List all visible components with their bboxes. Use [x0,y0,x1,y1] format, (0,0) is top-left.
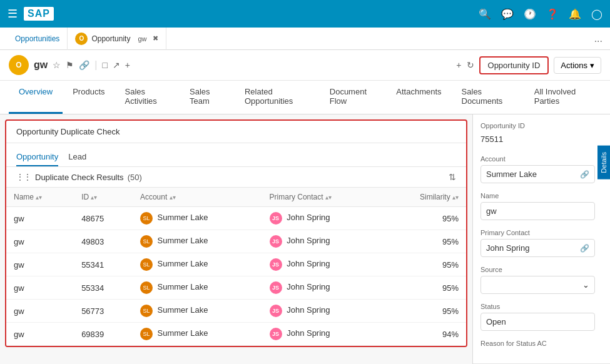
cell-contact: JS John Spring [262,207,382,230]
account-sort-icon[interactable]: ▴▾ [170,194,176,201]
source-select[interactable]: ⌄ [480,276,595,294]
share-icon[interactable]: ↗ [113,60,120,70]
contact-name: John Spring [287,328,330,338]
cell-account: SL Summer Lake [133,207,262,230]
id-sort-icon[interactable]: ▴▾ [91,194,97,201]
tab-obj-icon: O [75,33,88,45]
contact-link-icon[interactable]: 🔗 [580,244,589,253]
plus-icon[interactable]: + [456,60,461,70]
dup-results-title: Duplicate Check Results [35,173,124,182]
account-name: Summer Lake [158,282,208,291]
account-value[interactable]: Summer Lake 🔗 [480,165,595,183]
table-row[interactable]: gw 55334 SL Summer Lake JS John Spring 9… [6,276,466,300]
tab-opportunity-gw[interactable]: O Opportunity gw ✖ [68,28,166,50]
account-link-icon[interactable]: 🔗 [580,170,589,179]
opp-id-value: 75511 [480,132,595,146]
contact-avatar: JS [270,212,282,225]
source-arrow-icon: ⌄ [582,280,589,290]
tab-close-icon[interactable]: ✖ [153,34,158,43]
dup-results-table: Name ▴▾ ID ▴▾ Account ▴▾ Primary Conta [6,188,466,346]
flag-icon[interactable]: ⚑ [66,60,74,70]
search-icon[interactable]: 🔍 [479,8,491,20]
tab-sublabel: gw [138,35,146,43]
contact-avatar: JS [270,328,282,340]
field-status: Status Open [480,303,595,331]
tab-sales-activities[interactable]: Sales Activities [115,81,180,114]
tab-related-opportunities[interactable]: Related Opportunities [235,81,320,114]
contact-sort-icon[interactable]: ▴▾ [325,194,332,201]
main-content: Opportunity Duplicate Check Opportunity … [0,114,472,364]
tab-overview[interactable]: Overview [9,81,63,114]
table-row[interactable]: gw 69839 SL Summer Lake JS John Spring 9… [6,323,466,346]
right-panel: Details Opportunity ID 75511 Account Sum… [472,114,610,364]
link2-icon[interactable]: 🔗 [79,60,89,70]
tab-attachments[interactable]: Attachments [386,81,451,114]
tab-bar: Opportunities O Opportunity gw ✖ ... [0,28,610,50]
table-row[interactable]: gw 49803 SL Summer Lake JS John Spring 9… [6,230,466,253]
refresh-icon[interactable]: ↻ [467,60,474,70]
field-account: Account Summer Lake 🔗 [480,155,595,183]
sap-logo: SAP [24,7,54,21]
cell-similarity: 95% [382,207,466,230]
separator: | [94,59,97,71]
name-value[interactable]: gw [480,202,595,220]
col-header-id: ID ▴▾ [74,188,133,207]
tab-sales-team[interactable]: Sales Team [180,81,235,114]
field-reason-status: Reason for Status AC [480,340,595,347]
status-value[interactable]: Open [480,313,595,331]
add-note-icon[interactable]: + [125,60,130,70]
cell-contact: JS John Spring [262,276,382,300]
dup-check-panel-title: Opportunity Duplicate Check [6,121,466,143]
hamburger-icon[interactable]: ☰ [8,7,18,21]
col-header-account: Account ▴▾ [133,188,262,207]
message-icon[interactable]: 💬 [501,8,514,20]
star-icon[interactable]: ☆ [53,60,61,70]
account-avatar: SL [140,212,153,225]
actions-label: Actions [561,61,587,70]
cell-similarity: 95% [382,253,466,276]
tab-sales-documents[interactable]: Sales Documents [452,81,524,114]
account-name: Summer Lake [158,259,208,268]
tab-products[interactable]: Products [63,81,114,114]
primary-contact-value[interactable]: John Spring 🔗 [480,239,595,257]
actions-arrow-icon: ▾ [590,61,594,70]
cell-contact: JS John Spring [262,323,382,346]
cell-name: gw [6,323,74,346]
check-duplicates-button[interactable]: Opportunity ID [479,56,549,74]
table-row[interactable]: gw 56773 SL Summer Lake JS John Spring 9… [6,300,466,323]
cell-name: gw [6,207,74,230]
account-name: Summer Lake [158,328,208,338]
dup-tab-opportunity[interactable]: Opportunity [16,148,58,166]
tab-all-involved-parties[interactable]: All Involved Parties [524,81,601,114]
tab-document-flow[interactable]: Document Flow [320,81,387,114]
table-row[interactable]: gw 55341 SL Summer Lake JS John Spring 9… [6,253,466,276]
account-name: Summer Lake [158,236,208,245]
details-vertical-tab[interactable]: Details [597,146,610,179]
actions-button[interactable]: Actions ▾ [554,57,601,74]
comment-icon[interactable]: □ [102,60,107,70]
cell-id: 56773 [74,300,133,323]
user-icon[interactable]: ◯ [591,8,602,20]
contact-name: John Spring [287,305,330,315]
reason-status-label: Reason for Status AC [480,340,595,347]
tab-more-icon[interactable]: ... [594,33,602,44]
cell-id: 55334 [74,276,133,300]
cell-name: gw [6,253,74,276]
bell-icon[interactable]: 🔔 [569,8,581,20]
tab-opportunities[interactable]: Opportunities [8,28,68,50]
obj-type-icon: O [9,55,29,75]
tab-label: Opportunity [91,34,130,43]
opp-id-label: Opportunity ID [480,122,595,129]
primary-contact-label: Primary Contact [480,229,595,236]
toolbar-actions: + ↻ Opportunity ID Actions ▾ [456,56,601,74]
help-icon[interactable]: ❓ [546,8,559,20]
dup-tab-lead[interactable]: Lead [68,148,86,166]
contact-avatar: JS [270,281,282,294]
similarity-sort-icon[interactable]: ▴▾ [452,194,459,201]
account-name: Summer Lake [158,305,208,315]
name-sort-icon[interactable]: ▴▾ [36,194,42,201]
table-row[interactable]: gw 48675 SL Summer Lake JS John Spring 9… [6,207,466,230]
col-header-contact: Primary Contact ▴▾ [262,188,382,207]
sort-icon[interactable]: ⇅ [449,172,456,182]
history-icon[interactable]: 🕐 [524,8,536,20]
